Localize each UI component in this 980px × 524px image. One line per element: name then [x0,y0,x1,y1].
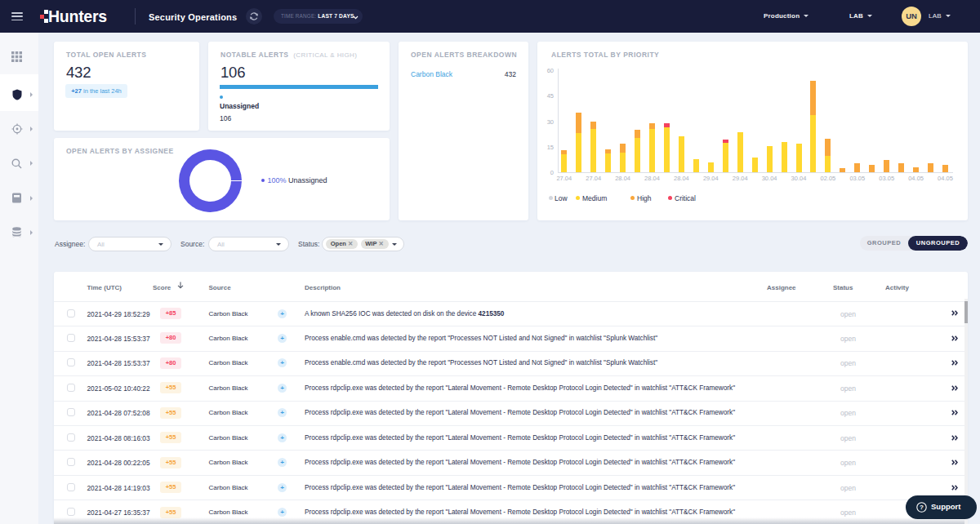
svg-text:?: ? [920,504,924,511]
